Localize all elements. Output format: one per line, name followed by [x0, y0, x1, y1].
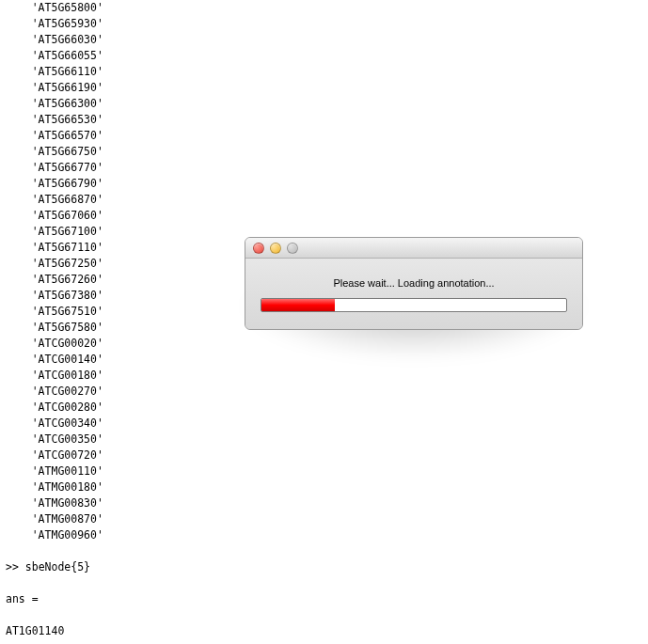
ans-label: ans =: [6, 592, 39, 605]
progress-bar-fill: [261, 299, 335, 311]
prompt-line-1: >> sbeNode{5}: [6, 560, 90, 573]
ans-value: AT1G01140: [6, 624, 64, 637]
progress-dialog: Please wait... Loading annotation...: [245, 237, 583, 330]
zoom-icon: [287, 243, 298, 254]
dialog-message: Please wait... Loading annotation...: [261, 277, 567, 289]
progress-bar: [261, 298, 567, 312]
dialog-titlebar[interactable]: [245, 238, 582, 259]
minimize-icon[interactable]: [270, 243, 281, 254]
close-icon[interactable]: [253, 243, 264, 254]
